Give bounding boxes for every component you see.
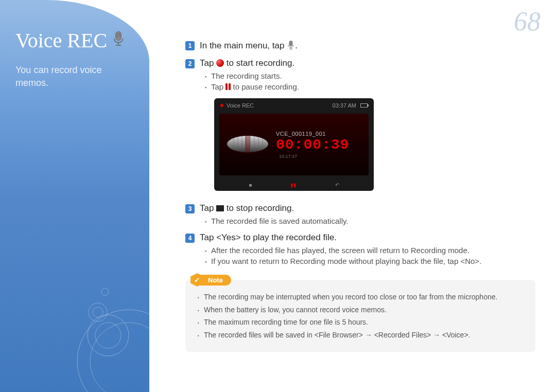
note-item: When the battery is low, you cannot reco… xyxy=(197,305,524,315)
svg-rect-26 xyxy=(245,135,250,153)
step-3-text: Tap to stop recording. xyxy=(200,203,294,213)
step-3: 3 Tap to stop recording. The recorded fi… xyxy=(185,203,541,227)
svg-point-8 xyxy=(88,315,129,356)
t: Tap xyxy=(200,203,216,213)
t: In the main menu, tap xyxy=(200,41,287,50)
pause-icon xyxy=(225,83,231,90)
step-4: 4 Tap <Yes> to play the recorded file. A… xyxy=(185,233,541,268)
sub-item: The recorded file is saved automatically… xyxy=(205,217,541,225)
recording-indicator-icon xyxy=(220,104,223,107)
ss-timer: 00:00:39 xyxy=(276,137,349,153)
ss-pause-icon: ▮▮ xyxy=(290,182,297,188)
svg-point-9 xyxy=(95,323,121,348)
step-badge-1: 1 xyxy=(185,41,195,50)
section-title: Voice REC xyxy=(15,28,134,52)
ss-clock: 03:37 AM xyxy=(333,102,356,109)
sub-item: The recording starts. xyxy=(205,72,541,80)
sub-item: If you want to return to Recording mode … xyxy=(205,257,541,265)
note-list: The recording may be interrupted when yo… xyxy=(197,292,524,340)
svg-point-7 xyxy=(90,323,149,392)
t: to stop recording. xyxy=(224,203,294,213)
microphone-icon xyxy=(111,28,126,52)
main-content: 1 In the main menu, tap . 2 Tap to start… xyxy=(185,40,541,352)
record-icon xyxy=(216,59,224,67)
svg-point-6 xyxy=(77,310,149,392)
svg-point-10 xyxy=(89,303,107,322)
stop-icon xyxy=(216,205,224,211)
step-4-sublist: After the recorded file has played, the … xyxy=(205,246,541,265)
ss-stop-icon: ■ xyxy=(249,182,252,188)
page-number: 68 xyxy=(514,6,541,37)
step-badge-3: 3 xyxy=(185,204,195,213)
ss-title: Voice REC xyxy=(227,102,254,109)
microphone-icon xyxy=(287,40,295,53)
step-1-text: In the main menu, tap . xyxy=(200,41,298,50)
note-item: The recorded files will be saved in <Fil… xyxy=(197,330,524,341)
step-badge-2: 2 xyxy=(185,59,195,68)
note-item: The maximum recording time for one file … xyxy=(197,317,524,328)
step-2-sublist: The recording starts. Tap to pause recor… xyxy=(205,72,541,91)
note-box: ✓ Note The recording may be interrupted … xyxy=(185,280,535,352)
ss-back-icon: ↶ xyxy=(335,182,339,188)
mic-capsule-graphic xyxy=(224,131,271,158)
step-2-text: Tap to start recording. xyxy=(200,58,294,68)
device-screenshot: Voice REC 03:37 AM xyxy=(214,98,374,191)
decorative-circles xyxy=(62,284,149,392)
t: Tap xyxy=(211,82,225,91)
step-badge-4: 4 xyxy=(185,234,195,243)
step-2: 2 Tap to start recording. The recording … xyxy=(185,58,541,198)
svg-point-11 xyxy=(93,307,103,317)
ss-remaining: 10:17:47 xyxy=(279,154,297,159)
t: to pause recording. xyxy=(231,82,299,91)
note-item: The recording may be interrupted when yo… xyxy=(197,292,524,302)
sub-item: Tap to pause recording. xyxy=(205,82,541,91)
t: Tap xyxy=(200,58,216,68)
sub-item: After the recorded file has played, the … xyxy=(205,246,541,255)
step-1: 1 In the main menu, tap . xyxy=(185,40,541,53)
svg-rect-13 xyxy=(289,41,292,46)
t: to start recording. xyxy=(224,58,294,68)
svg-rect-0 xyxy=(116,31,121,40)
step-3-sublist: The recorded file is saved automatically… xyxy=(205,217,541,225)
sidebar-panel: Voice REC You can record voice memos. xyxy=(0,0,149,392)
svg-point-12 xyxy=(101,288,109,295)
step-4-text: Tap <Yes> to play the recorded file. xyxy=(200,233,337,242)
title-text: Voice REC xyxy=(15,28,107,52)
ss-filename: VCE_000119_001 xyxy=(276,131,363,137)
section-subtitle: You can record voice memos. xyxy=(15,64,134,90)
t: . xyxy=(295,41,298,50)
battery-icon xyxy=(360,103,368,108)
